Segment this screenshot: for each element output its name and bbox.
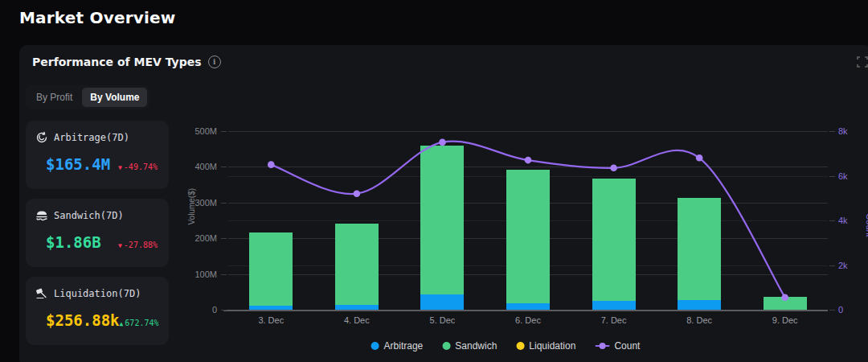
x-axis-label: 7. Dec: [601, 315, 627, 325]
x-axis-line: [223, 310, 828, 311]
stat-card-value: $256.88k: [46, 311, 120, 329]
stat-card-liquidation[interactable]: Liquidation(7D) $256.88k ▲672.74%: [26, 277, 169, 345]
count-point[interactable]: [439, 139, 446, 146]
y-axis-tickmark-right: [829, 220, 835, 221]
legend-dot-icon: [516, 342, 524, 350]
stat-card-value: $165.4M: [46, 155, 110, 173]
stat-card-value: $1.86B: [46, 233, 101, 251]
x-axis-label: 5. Dec: [430, 315, 456, 325]
y-axis-tickmark-left: [221, 310, 227, 311]
stat-card-arbitrage[interactable]: Arbitrage(7D) $165.4M ▼-49.74%: [26, 121, 169, 189]
stat-card-change: ▲672.74%: [120, 319, 161, 327]
y-axis-tick-right: 0: [838, 305, 843, 315]
y-axis-tick-left: 200M: [182, 233, 217, 243]
count-point[interactable]: [610, 164, 617, 171]
chart-legend: ArbitrageSandwichLiquidationCount: [371, 340, 641, 352]
sandwich-icon: [35, 209, 48, 222]
y-axis-tickmark-left: [221, 238, 227, 239]
stat-card-sandwich[interactable]: Sandwich(7D) $1.86B ▼-27.88%: [26, 199, 169, 267]
count-point[interactable]: [696, 154, 703, 162]
x-axis-label: 8. Dec: [686, 315, 712, 325]
x-axis-label: 6. Dec: [515, 315, 541, 325]
count-line-marker: [595, 342, 609, 350]
legend-count[interactable]: Count: [595, 340, 640, 352]
arrow-down-icon: ▼: [118, 242, 122, 249]
expand-icon[interactable]: [857, 56, 868, 68]
y-axis-tickmark-right: [829, 131, 835, 132]
y-axis-tick-right: 6k: [838, 171, 848, 181]
x-axis-label: 9. Dec: [772, 315, 798, 325]
panel-header: Performance of MEV Types i: [32, 56, 221, 68]
page-title: Market Overview: [19, 8, 176, 27]
legend-label: Sandwich: [455, 340, 497, 352]
stat-card-label: Liquidation(7D): [54, 288, 141, 299]
arbitrage-icon: [35, 131, 48, 144]
y-axis-tick-left: 400M: [182, 162, 217, 171]
arrow-down-icon: ▼: [118, 164, 122, 171]
legend-arbitrage[interactable]: Arbitrage: [371, 340, 424, 352]
mev-volume-chart: 0100M200M300M400M500M02k4k6k8kVolume($)C…: [180, 113, 868, 362]
y-axis-tickmark-left: [221, 131, 227, 132]
stat-card-label: Arbitrage(7D): [54, 132, 129, 143]
mev-performance-panel: Performance of MEV Types i By Profit By …: [19, 45, 868, 362]
y-axis-tick-left: 500M: [182, 126, 217, 136]
liquidation-icon: [35, 287, 48, 300]
y-axis-tick-right: 8k: [838, 126, 848, 136]
y-axis-title-count: Count: [865, 213, 868, 237]
count-point[interactable]: [781, 294, 788, 301]
y-axis-tickmark-right: [829, 310, 835, 311]
y-axis-tickmark-left: [221, 167, 227, 167]
info-icon[interactable]: i: [208, 56, 221, 68]
y-axis-tick-left: 0: [182, 305, 217, 315]
legend-label: Liquidation: [529, 340, 575, 352]
panel-title: Performance of MEV Types: [32, 56, 202, 68]
y-axis-tick-left: 100M: [182, 269, 217, 279]
stat-card-change: ▼-49.74%: [118, 162, 159, 171]
y-axis-title-volume: Volume($): [187, 188, 196, 225]
x-axis-label: 3. Dec: [258, 315, 284, 325]
arrow-up-icon: ▲: [120, 320, 124, 327]
tab-by-profit[interactable]: By Profit: [28, 88, 80, 107]
y-axis-tick-right: 4k: [838, 216, 848, 225]
y-axis-tick-right: 2k: [838, 261, 848, 270]
legend-sandwich[interactable]: Sandwich: [442, 340, 497, 352]
y-axis-tickmark-left: [221, 203, 227, 204]
y-axis-tickmark-right: [829, 265, 835, 266]
count-point[interactable]: [525, 157, 532, 164]
legend-dot-icon: [371, 342, 379, 350]
stat-card-label: Sandwich(7D): [54, 210, 124, 221]
count-line-path: [271, 142, 784, 298]
legend-liquidation[interactable]: Liquidation: [516, 340, 575, 352]
count-point[interactable]: [268, 161, 275, 168]
stat-card-change: ▼-27.88%: [118, 241, 159, 249]
y-axis-tickmark-right: [829, 176, 835, 177]
legend-label: Count: [614, 340, 640, 352]
view-tabs: By Profit By Volume: [26, 85, 149, 109]
y-axis-tickmark-left: [221, 274, 227, 275]
legend-dot-icon: [442, 342, 450, 350]
legend-label: Arbitrage: [384, 340, 424, 352]
count-line: [228, 131, 828, 310]
count-point[interactable]: [354, 190, 361, 197]
x-axis-label: 4. Dec: [344, 315, 370, 325]
tab-by-volume[interactable]: By Volume: [82, 88, 147, 107]
